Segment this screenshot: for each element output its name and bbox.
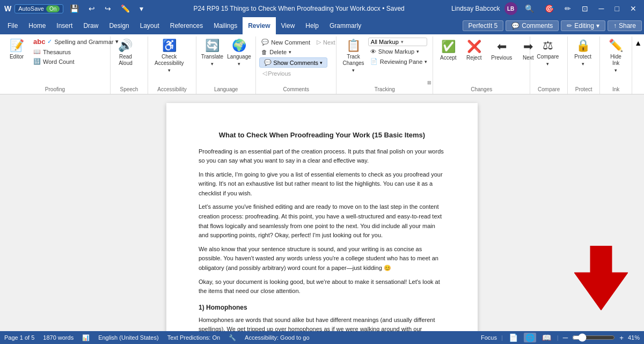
word-logo: W xyxy=(4,4,11,13)
all-markup-arrow: ▾ xyxy=(401,39,404,45)
translate-button[interactable]: 🔄 Translate ▾ xyxy=(200,36,225,69)
comments-nav: ◁ Previous xyxy=(259,69,337,78)
previous-comment-button[interactable]: ◁ Previous xyxy=(259,69,294,78)
translate-icon: 🔄 xyxy=(205,39,219,53)
collapse-ribbon-button[interactable]: ▲ xyxy=(634,39,642,47)
editing-mode-button[interactable]: ✏ Editing ▾ xyxy=(561,20,605,31)
compare-button[interactable]: ⚖ Compare ▾ xyxy=(533,36,562,69)
tracking-expand-icon[interactable]: ⊞ xyxy=(427,80,431,85)
ribbon-display-button[interactable]: 🎯 xyxy=(541,3,557,14)
comments-top: 💬 New Comment ▷ Next xyxy=(259,38,337,47)
status-icon-button[interactable]: 📊 xyxy=(82,334,90,341)
accessibility-icon: ♿ xyxy=(162,39,177,53)
editor-icon: 📝 xyxy=(10,39,24,53)
show-comments-button[interactable]: 💬 Show Comments ▾ xyxy=(259,57,327,68)
save-button[interactable]: 💾 xyxy=(67,3,82,14)
menu-insert[interactable]: Insert xyxy=(51,17,78,34)
accept-button[interactable]: ✅ Accept xyxy=(436,38,460,63)
minimize-button[interactable]: ─ xyxy=(596,3,608,14)
section-1-title: 1) Homophones xyxy=(199,303,445,312)
tracking-label: Tracking xyxy=(336,85,433,94)
menu-mailings[interactable]: Mailings xyxy=(208,17,243,34)
reviewing-pane-icon: 📄 xyxy=(370,58,378,65)
comments-toggle-button[interactable]: 💬 Comments xyxy=(506,20,559,31)
zoom-out-button[interactable]: ─ xyxy=(563,334,568,342)
compare-label: Compare xyxy=(530,85,567,94)
menu-file[interactable]: File xyxy=(2,17,23,34)
zoom-slider[interactable] xyxy=(572,333,615,342)
changes-group: ✅ Accept ❌ Reject ⬅ Previous ➡ Next xyxy=(433,36,530,94)
tracking-group: 📋 TrackChanges ▾ All Markup ▾ 👁 xyxy=(336,36,433,94)
accessibility-status: Accessibility: Good to go xyxy=(245,334,309,341)
undo-button[interactable]: ↩ xyxy=(85,3,98,14)
search-button[interactable]: 🔍 xyxy=(522,3,537,14)
comments-ribbon-group: 💬 New Comment ▷ Next 🗑 Delete ▾ xyxy=(256,36,336,94)
menu-grammarly[interactable]: Grammarly xyxy=(324,17,367,34)
menu-view[interactable]: View xyxy=(276,17,301,34)
word-count-icon: 🔢 xyxy=(33,58,41,65)
redo-button[interactable]: ↪ xyxy=(101,3,114,14)
ink-icon: ✏️ xyxy=(609,39,623,53)
autosave-badge[interactable]: AutoSave On xyxy=(14,4,63,13)
protect-button[interactable]: 🔒 Protect ▾ xyxy=(571,36,595,69)
zoom-in-button[interactable]: + xyxy=(619,334,624,342)
accept-icon: ✅ xyxy=(441,40,456,54)
menu-help[interactable]: Help xyxy=(300,17,324,34)
menu-design[interactable]: Design xyxy=(104,17,134,34)
speech-label: Speech xyxy=(111,85,148,94)
delete-comment-button[interactable]: 🗑 Delete ▾ xyxy=(259,48,294,56)
proofing-label: Proofing xyxy=(0,85,110,94)
close-button[interactable]: ✕ xyxy=(627,3,640,14)
pencil-icon: ✏ xyxy=(567,22,572,30)
thesaurus-button[interactable]: 📖 Thesaurus xyxy=(31,47,121,56)
comments-group-label: Comments xyxy=(256,85,336,94)
more-button[interactable]: ▾ xyxy=(136,3,147,14)
menu-references[interactable]: References xyxy=(165,17,208,34)
user-avatar[interactable]: LB xyxy=(504,2,517,15)
focus-button[interactable]: Focus xyxy=(481,334,497,341)
check-accessibility-button[interactable]: ♿ CheckAccessibility ▾ xyxy=(151,36,187,75)
web-layout-view-button[interactable]: 🌐 xyxy=(524,333,536,342)
language-label: Language xyxy=(196,85,255,94)
menu-layout[interactable]: Layout xyxy=(135,17,165,34)
next-comment-button[interactable]: ▷ Next xyxy=(314,38,338,47)
track-changes-icon: 📋 xyxy=(346,39,361,53)
compare-group: ⚖ Compare ▾ Compare xyxy=(530,36,568,94)
language-button[interactable]: 🌍 Language ▾ xyxy=(226,36,253,69)
menu-review[interactable]: Review xyxy=(243,17,275,34)
pen-button[interactable]: ✏ xyxy=(561,3,574,14)
status-bar-right: Focus | 📄 🌐 📖 | ─ + 41% xyxy=(481,333,640,342)
menu-draw[interactable]: Draw xyxy=(78,17,104,34)
perfectit-button[interactable]: PerfectIt 5 xyxy=(463,20,504,31)
ribbon-content: 📝 Editor abc ✓ Spelling and Grammar ▾ 📖 … xyxy=(0,34,644,94)
reviewing-pane-button[interactable]: 📄 Reviewing Pane ▾ xyxy=(368,57,430,66)
document-area[interactable]: What to Check When Proofreading Your Wor… xyxy=(0,94,644,331)
share-button[interactable]: ↑ Share xyxy=(608,20,642,31)
editor-button[interactable]: 📝 Editor xyxy=(3,36,30,62)
hide-ink-button[interactable]: ✏️ Hide Ink ▾ xyxy=(603,36,628,75)
status-divider-2: | xyxy=(557,334,559,341)
spelling-grammar-button[interactable]: abc ✓ Spelling and Grammar ▾ xyxy=(31,36,121,47)
track-changes-button[interactable]: 📋 TrackChanges ▾ xyxy=(340,36,367,75)
previous-change-button[interactable]: ⬅ Previous xyxy=(488,38,515,63)
ribbon-collapse[interactable]: ▲ xyxy=(632,36,644,94)
all-markup-dropdown[interactable]: All Markup ▾ xyxy=(368,38,427,46)
autosave-toggle[interactable]: On xyxy=(46,5,60,12)
reject-button[interactable]: ❌ Reject xyxy=(462,38,486,63)
show-markup-button[interactable]: 👁 Show Markup ▾ xyxy=(368,47,421,56)
restore-button[interactable]: ⊡ xyxy=(579,3,591,14)
comments-middle: 🗑 Delete ▾ xyxy=(259,48,337,56)
print-layout-view-button[interactable]: 📄 xyxy=(507,333,519,342)
maximize-button[interactable]: □ xyxy=(612,3,623,14)
read-mode-button[interactable]: 📖 xyxy=(540,333,553,342)
ink-group: ✏️ Hide Ink ▾ Ink xyxy=(600,36,632,94)
language-group: 🔄 Translate ▾ 🌍 Language ▾ Language xyxy=(196,36,256,94)
word-count-button[interactable]: 🔢 Word Count xyxy=(31,57,121,66)
new-comment-button[interactable]: 💬 New Comment xyxy=(259,38,312,47)
menu-home[interactable]: Home xyxy=(23,17,51,34)
document-page: What to Check When Proofreading Your Wor… xyxy=(166,103,478,331)
next-icon: ▷ xyxy=(317,39,321,46)
customize-button[interactable]: ✏️ xyxy=(118,3,133,14)
checkmark-icon: ✓ xyxy=(47,38,52,45)
read-aloud-button[interactable]: 🔊 ReadAloud xyxy=(114,36,137,69)
